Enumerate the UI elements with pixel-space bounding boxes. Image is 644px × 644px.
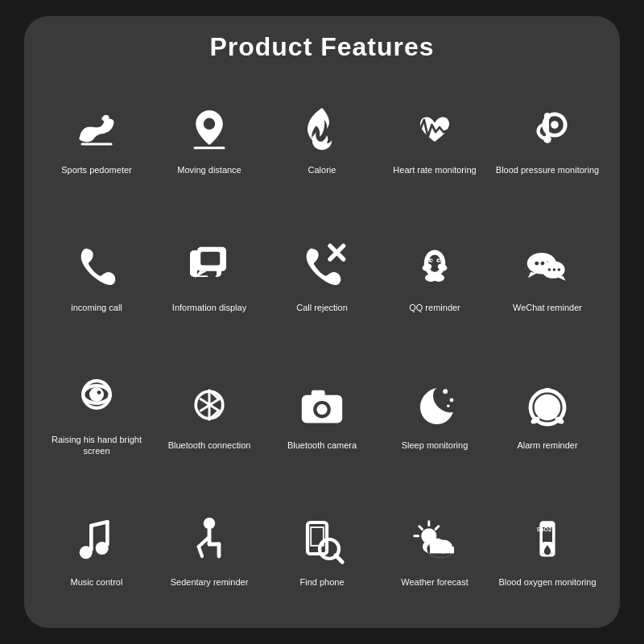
svg-point-52 (447, 404, 450, 407)
svg-rect-81 (430, 547, 454, 553)
svg-point-31 (548, 268, 551, 271)
svg-point-38 (97, 390, 101, 394)
svg-point-20 (431, 259, 432, 261)
find-phone-icon (294, 514, 350, 570)
music-control-label: Music control (71, 576, 123, 588)
blood-oxygen-label: Blood oxygen monitoring (498, 576, 596, 588)
svg-rect-57 (544, 388, 551, 392)
find-phone-label: Find phone (299, 576, 344, 588)
svg-line-62 (91, 522, 107, 526)
sedentary-reminder-icon (181, 514, 237, 570)
sleep-monitoring-icon (407, 377, 463, 433)
calorie-icon (294, 101, 350, 158)
feature-sedentary-reminder: Sedentary reminder (153, 482, 266, 620)
svg-point-48 (316, 404, 327, 415)
qq-reminder-icon (407, 239, 463, 295)
blood-pressure-icon (519, 101, 576, 158)
svg-point-51 (450, 398, 454, 402)
feature-calorie: Calorie (266, 70, 378, 208)
weather-forecast-label: Weather forecast (401, 576, 469, 588)
incoming-call-icon (68, 239, 125, 295)
qq-reminder-label: QQ reminder (409, 302, 460, 313)
feature-raise-bright: Raising his hand bright screen (40, 345, 153, 483)
feature-bluetooth-camera: Bluetooth camera (266, 345, 378, 483)
feature-wechat-reminder: WeChat reminder (491, 208, 604, 345)
sleep-monitoring-label: Sleep monitoring (402, 440, 469, 451)
feature-bluetooth-connection: Bluetooth connection (153, 345, 266, 483)
svg-point-21 (438, 259, 440, 261)
heart-rate-label: Heart rate monitoring (393, 164, 476, 175)
music-control-icon (68, 514, 125, 570)
bluetooth-camera-label: Bluetooth camera (287, 440, 357, 451)
features-grid: Sports pedometer Moving distance Calo (32, 70, 612, 620)
bluetooth-camera-icon (294, 377, 350, 433)
svg-point-4 (551, 121, 559, 129)
alarm-reminder-icon (519, 377, 576, 433)
calorie-label: Calorie (308, 164, 336, 175)
feature-blood-oxygen: SaO2 Blood oxygen monitoring (491, 482, 604, 620)
svg-rect-13 (200, 252, 220, 266)
heart-rate-icon (407, 101, 463, 158)
sedentary-reminder-label: Sedentary reminder (171, 576, 249, 588)
svg-rect-46 (312, 390, 325, 397)
call-rejection-label: Call rejection (296, 302, 348, 313)
feature-incoming-call: incoming call (40, 208, 153, 345)
call-rejection-icon (294, 239, 350, 295)
feature-blood-pressure: Blood pressure monitoring (491, 70, 604, 208)
page-title: Product Features (209, 32, 434, 62)
svg-point-37 (90, 387, 104, 401)
svg-point-7 (544, 113, 551, 119)
feature-weather-forecast: Weather forecast (378, 482, 491, 620)
information-display-icon (181, 239, 237, 295)
raise-bright-label: Raising his hand bright screen (43, 434, 150, 457)
svg-point-1 (204, 118, 215, 130)
incoming-call-label: incoming call (71, 302, 122, 313)
svg-point-25 (433, 274, 444, 282)
feature-call-rejection: Call rejection (266, 208, 378, 345)
feature-sleep-monitoring: Sleep monitoring (378, 345, 491, 483)
svg-point-63 (80, 547, 93, 559)
svg-line-75 (436, 526, 439, 530)
feature-information-display: Information display (153, 208, 266, 345)
alarm-reminder-label: Alarm reminder (517, 440, 577, 451)
svg-point-27 (535, 262, 539, 266)
feature-alarm-reminder: Alarm reminder (491, 345, 604, 483)
svg-point-32 (553, 268, 556, 271)
svg-point-49 (330, 396, 335, 401)
svg-line-74 (419, 526, 423, 530)
svg-point-17 (428, 254, 441, 272)
product-features-card: Product Features Sports pedometer (24, 16, 620, 628)
weather-forecast-icon (407, 514, 463, 570)
bluetooth-connection-label: Bluetooth connection (168, 440, 251, 451)
svg-text:SaO2: SaO2 (537, 526, 551, 533)
moving-distance-icon (181, 101, 237, 158)
feature-moving-distance: Moving distance (153, 70, 266, 208)
sports-pedometer-icon (68, 101, 125, 158)
sports-pedometer-label: Sports pedometer (61, 164, 131, 175)
svg-point-50 (443, 389, 448, 394)
svg-point-64 (96, 542, 109, 555)
feature-heart-rate: Heart rate monitoring (378, 70, 491, 208)
moving-distance-label: Moving distance (177, 164, 242, 175)
blood-pressure-label: Blood pressure monitoring (496, 164, 599, 175)
bluetooth-connection-icon (181, 377, 237, 433)
feature-qq-reminder: QQ reminder (378, 208, 491, 345)
information-display-label: Information display (172, 302, 246, 313)
svg-line-69 (336, 555, 342, 562)
raise-bright-icon (68, 371, 125, 427)
feature-find-phone: Find phone (266, 482, 378, 620)
feature-music-control: Music control (40, 482, 153, 620)
feature-sports-pedometer: Sports pedometer (40, 70, 153, 208)
blood-oxygen-icon: SaO2 (519, 514, 576, 570)
svg-point-33 (558, 268, 561, 271)
wechat-reminder-icon (519, 239, 576, 295)
wechat-reminder-label: WeChat reminder (513, 302, 582, 313)
